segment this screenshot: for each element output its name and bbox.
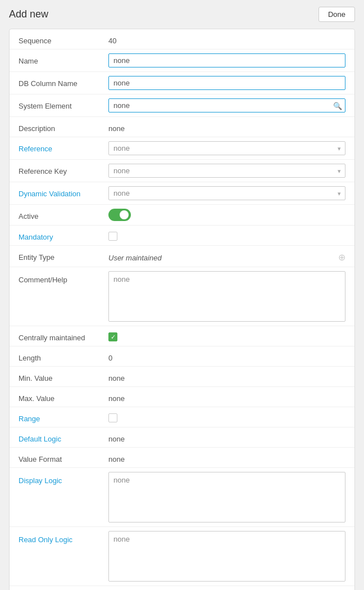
dynamic-validation-select-wrapper: none ▾ xyxy=(108,186,345,200)
entity-type-label: Entity Type xyxy=(19,250,108,262)
display-logic-label: Display Logic xyxy=(19,472,108,485)
min-value-row: Min. Value none xyxy=(10,367,354,387)
reference-label: Reference xyxy=(19,141,108,153)
sequence-value-col: 40 xyxy=(108,33,345,45)
name-value-col xyxy=(108,53,345,67)
system-element-wrapper: 🔍 xyxy=(108,98,345,112)
display-logic-value-col: none xyxy=(108,472,345,523)
reference-key-select[interactable]: none xyxy=(108,164,345,178)
length-row: Length 0 xyxy=(10,346,354,367)
active-toggle-wrapper xyxy=(108,209,131,221)
active-label: Active xyxy=(19,209,108,220)
min-value-value: none xyxy=(108,371,125,382)
length-value-col: 0 xyxy=(108,350,345,362)
mandatory-row: Mandatory xyxy=(10,226,354,246)
centrally-maintained-label: Centrally maintained xyxy=(19,330,108,342)
comment-help-textarea[interactable]: none xyxy=(108,271,345,322)
display-logic-textarea[interactable]: none xyxy=(108,472,345,523)
entity-type-plus-icon[interactable]: ⊕ xyxy=(338,250,345,263)
dynamic-validation-select[interactable]: none xyxy=(108,186,345,200)
db-column-name-value-col xyxy=(108,76,345,90)
system-element-label: System Element xyxy=(19,98,108,110)
db-column-name-label: DB Column Name xyxy=(19,76,108,88)
default-logic-value: none xyxy=(108,431,125,443)
centrally-maintained-checkbox[interactable] xyxy=(108,332,117,341)
mandatory-value-col xyxy=(108,229,345,241)
reference-key-value-col: none ▾ xyxy=(108,164,345,178)
read-only-logic-row: Read Only Logic none xyxy=(10,527,354,586)
length-label: Length xyxy=(19,350,108,362)
mandatory-label: Mandatory xyxy=(19,229,108,241)
comment-help-label: Comment/Help xyxy=(19,271,108,284)
reference-select[interactable]: none xyxy=(108,141,345,155)
dynamic-validation-row: Dynamic Validation none ▾ xyxy=(10,182,354,205)
centrally-maintained-row: Centrally maintained xyxy=(10,326,354,346)
name-row: Name xyxy=(10,49,354,72)
value-format-row: Value Format none xyxy=(10,448,354,468)
name-label: Name xyxy=(19,53,108,65)
mandatory-checkbox-wrapper xyxy=(108,229,117,241)
active-row: Active xyxy=(10,205,354,226)
description-label: Description xyxy=(19,121,108,133)
active-value-col xyxy=(108,209,345,221)
dynamic-validation-value-col: none ▾ xyxy=(108,186,345,200)
display-logic-row: Display Logic none xyxy=(10,468,354,527)
entity-type-value-col: User maintained ⊕ xyxy=(108,250,345,263)
description-value: none xyxy=(108,121,125,133)
mandatory-checkbox[interactable] xyxy=(108,232,117,241)
entity-type-wrapper: User maintained ⊕ xyxy=(108,250,345,263)
sequence-row: Sequence 40 xyxy=(10,29,354,49)
range-row: Range xyxy=(10,407,354,427)
max-value-row: Max. Value none xyxy=(10,387,354,407)
name-input[interactable] xyxy=(108,53,345,67)
max-value-value-col: none xyxy=(108,391,345,403)
active-toggle-slider xyxy=(108,209,131,221)
centrally-maintained-checkbox-wrapper xyxy=(108,330,117,341)
reference-key-select-wrapper: none ▾ xyxy=(108,164,345,178)
active-toggle[interactable] xyxy=(108,209,131,221)
length-value: 0 xyxy=(108,350,112,362)
range-value-col xyxy=(108,411,345,422)
value-format-value-col: none xyxy=(108,452,345,463)
dynamic-validation-label: Dynamic Validation xyxy=(19,186,108,198)
comment-help-row: Comment/Help none xyxy=(10,267,354,326)
db-column-name-input[interactable] xyxy=(108,76,345,90)
description-row: Description none xyxy=(10,117,354,137)
value-format-value: none xyxy=(108,452,125,463)
db-column-name-row: DB Column Name xyxy=(10,72,354,94)
range-checkbox[interactable] xyxy=(108,413,117,422)
entity-type-value: User maintained xyxy=(108,250,162,262)
page-title: Add new xyxy=(9,8,48,20)
done-button[interactable]: Done xyxy=(319,7,355,22)
system-element-row: System Element 🔍 xyxy=(10,94,354,117)
min-value-value-col: none xyxy=(108,371,345,382)
system-element-search-icon[interactable]: 🔍 xyxy=(333,101,342,110)
range-checkbox-wrapper xyxy=(108,411,117,422)
description-value-col: none xyxy=(108,121,345,133)
reference-key-label: Reference Key xyxy=(19,164,108,175)
max-value-label: Max. Value xyxy=(19,391,108,403)
reference-value-col: none ▾ xyxy=(108,141,345,155)
page-header: Add new Done xyxy=(0,0,364,29)
reference-row: Reference none ▾ xyxy=(10,137,354,160)
default-logic-label: Default Logic xyxy=(19,431,108,443)
default-logic-row: Default Logic none xyxy=(10,427,354,448)
reference-select-wrapper: none ▾ xyxy=(108,141,345,155)
centrally-maintained-value-col xyxy=(108,330,345,341)
read-only-logic-textarea[interactable]: none xyxy=(108,531,345,582)
range-label: Range xyxy=(19,411,108,423)
entity-type-row: Entity Type User maintained ⊕ xyxy=(10,246,354,267)
value-format-label: Value Format xyxy=(19,452,108,463)
comment-help-value-col: none xyxy=(108,271,345,322)
reference-key-row: Reference Key none ▾ xyxy=(10,160,354,182)
read-only-logic-value-col: none xyxy=(108,531,345,582)
system-element-value-col: 🔍 xyxy=(108,98,345,112)
default-logic-value-col: none xyxy=(108,431,345,443)
sequence-value: 40 xyxy=(108,33,116,45)
system-element-input[interactable] xyxy=(108,98,345,112)
max-value-value: none xyxy=(108,391,125,403)
form-card: Sequence 40 Name DB Column Name System E… xyxy=(9,29,355,590)
sequence-label: Sequence xyxy=(19,33,108,45)
min-value-label: Min. Value xyxy=(19,371,108,382)
read-only-logic-label: Read Only Logic xyxy=(19,531,108,544)
